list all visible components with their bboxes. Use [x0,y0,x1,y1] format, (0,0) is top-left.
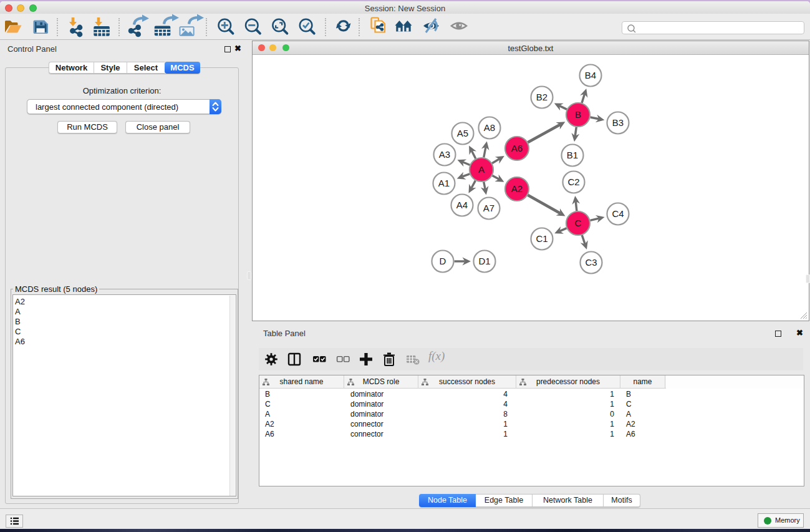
svg-text:A5: A5 [457,128,468,138]
svg-text:B4: B4 [585,70,596,80]
svg-text:A6: A6 [511,143,523,153]
svg-text:C2: C2 [567,177,579,187]
svg-text:B3: B3 [612,117,624,128]
svg-text:D: D [440,256,446,266]
svg-text:C3: C3 [585,257,597,268]
svg-text:A4: A4 [456,200,468,210]
svg-text:A3: A3 [439,149,450,160]
svg-text:C1: C1 [536,233,547,244]
svg-text:B: B [575,109,581,120]
svg-text:B1: B1 [567,150,578,160]
svg-text:A2: A2 [511,183,523,194]
svg-text:A: A [478,164,485,175]
svg-text:A8: A8 [484,122,495,133]
svg-text:D1: D1 [478,256,490,266]
svg-text:C: C [575,218,582,228]
svg-text:C4: C4 [612,208,624,219]
svg-text:A1: A1 [438,178,450,188]
svg-text:B2: B2 [536,92,547,102]
svg-text:A7: A7 [483,203,494,213]
